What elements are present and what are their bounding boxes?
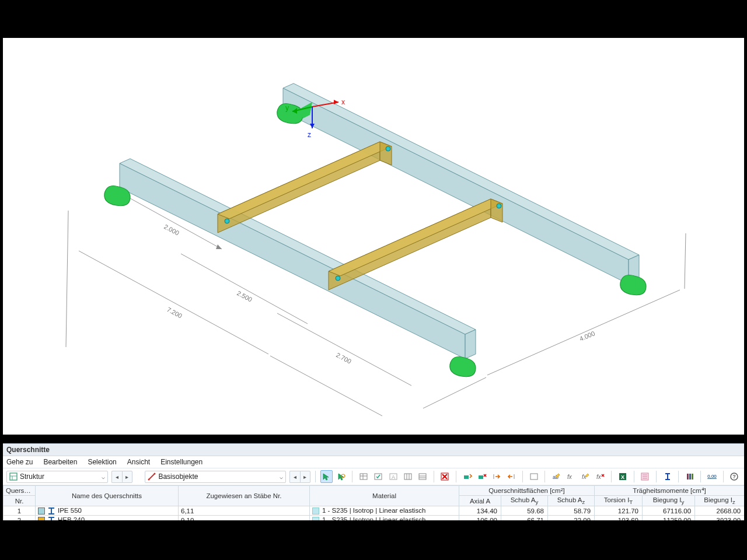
svg-point-26 (497, 204, 501, 208)
select-loop-button[interactable] (335, 470, 347, 483)
menu-select[interactable]: Selektion (88, 458, 116, 466)
help-button[interactable]: ? (728, 470, 741, 483)
panel-title: Querschnitte (3, 444, 744, 456)
nav-prev-button[interactable]: ◂ (111, 471, 122, 483)
svg-marker-29 (334, 100, 338, 104)
svg-marker-3 (216, 244, 222, 249)
rename-button[interactable]: ab (550, 470, 562, 483)
col-az[interactable]: Schub Az (548, 496, 595, 506)
svg-rect-73 (641, 473, 648, 480)
table-row[interactable]: 1IPE 5506,111 - S235 | Isotrop | Linear … (4, 506, 745, 516)
svg-rect-46 (375, 474, 382, 480)
cross-sections-panel: Querschnitte Gehe zu Bearbeiten Selektio… (3, 443, 744, 520)
svg-text:fx: fx (582, 474, 587, 480)
svg-line-70 (602, 474, 604, 477)
navigator-dropdown-label: Struktur (20, 473, 44, 481)
cross-sections-table[interactable]: Querschn. Name des Querschnitts Zugewies… (3, 485, 744, 520)
svg-line-56 (442, 474, 447, 479)
library-button[interactable] (683, 470, 696, 483)
navigator-nav: ◂ ▸ (111, 471, 132, 483)
units-button[interactable]: 0,00 (706, 470, 718, 483)
dim-label: 2.500 (236, 289, 253, 303)
colgroup-moments[interactable]: Trägheitsmomente [cm⁴] (595, 486, 744, 496)
cat-next-button[interactable]: ▸ (300, 471, 310, 483)
panel-menubar: Gehe zu Bearbeiten Selektion Ansicht Ein… (3, 456, 744, 468)
svg-rect-82 (692, 474, 693, 480)
excel-export-button[interactable]: X (616, 470, 629, 483)
svg-line-7 (487, 290, 680, 375)
col-assigned[interactable]: Zugewiesen an Stäbe Nr. (179, 486, 310, 506)
svg-point-42 (154, 473, 156, 475)
table-row[interactable]: 2HEB 2409,101 - S235 | Isotrop | Linear … (4, 516, 745, 520)
col-it[interactable]: Torsion IT (595, 496, 643, 506)
section-icon-button[interactable] (661, 470, 673, 483)
svg-rect-47 (390, 474, 397, 480)
category-dropdown[interactable]: Basisobjekte ⌵ (145, 471, 285, 483)
svg-line-9 (423, 377, 486, 408)
svg-line-8 (685, 233, 686, 289)
svg-text:X: X (621, 474, 624, 480)
menu-settings[interactable]: Einstellungen (160, 458, 203, 466)
svg-line-6 (277, 313, 411, 386)
svg-rect-43 (360, 474, 367, 480)
empty-cell-button[interactable] (528, 470, 540, 483)
svg-marker-21 (329, 199, 502, 276)
category-nav: ◂ ▸ (289, 471, 310, 483)
svg-line-40 (149, 474, 155, 480)
col-nr[interactable]: Nr. (4, 496, 36, 506)
insert-right-button[interactable] (491, 470, 503, 483)
col-iy[interactable]: Biegung Iy (643, 496, 695, 506)
dim-label: 4.000 (578, 330, 596, 342)
fx-delete-button[interactable]: fx (594, 470, 606, 483)
svg-text:?: ? (733, 474, 736, 480)
viewport-3d[interactable]: 2.000 7.200 2.500 2.700 4.000 (3, 38, 744, 435)
col-name[interactable]: Name des Querschnitts (36, 486, 179, 506)
menu-goto[interactable]: Gehe zu (6, 458, 33, 466)
svg-rect-81 (689, 474, 691, 480)
menu-edit[interactable]: Bearbeiten (43, 458, 77, 466)
col-material[interactable]: Material (310, 486, 459, 506)
fx-edit-button[interactable]: fx (580, 470, 592, 483)
table-columns-button[interactable] (402, 470, 414, 483)
svg-text:0,00: 0,00 (707, 474, 717, 479)
panel-toolbar: Struktur ⌵ ◂ ▸ Basisobjekte ⌵ ◂ ▸ (3, 468, 744, 485)
menu-view[interactable]: Ansicht (127, 458, 150, 466)
svg-rect-37 (10, 473, 17, 480)
delete-button[interactable] (439, 470, 451, 483)
svg-text:z: z (308, 131, 311, 139)
nav-next-button[interactable]: ▸ (122, 471, 132, 483)
table-rows-button[interactable] (416, 470, 428, 483)
fx-button[interactable]: fx (565, 470, 577, 483)
row-delete-button[interactable] (476, 470, 488, 483)
col-iz[interactable]: Biegung Iz (695, 496, 744, 506)
table-check-button[interactable] (372, 470, 385, 483)
colgroup-areas[interactable]: Querschnittsflächen [cm²] (459, 486, 595, 496)
svg-line-61 (484, 474, 486, 477)
dim-label: 7.200 (166, 306, 183, 320)
svg-line-0 (66, 211, 68, 347)
svg-point-23 (225, 219, 229, 223)
col-ay[interactable]: Schub Ay (501, 496, 548, 506)
col-axial[interactable]: Axial A (459, 496, 501, 506)
svg-line-69 (602, 474, 604, 477)
row-insert-button[interactable] (461, 470, 473, 483)
svg-point-84 (731, 473, 738, 480)
svg-rect-77 (665, 473, 670, 474)
svg-rect-78 (667, 473, 668, 480)
select-single-button[interactable] (320, 470, 333, 483)
navigator-dropdown[interactable]: Struktur ⌵ (6, 471, 108, 483)
svg-text:A: A (392, 474, 395, 480)
svg-text:x: x (341, 98, 345, 106)
svg-text:fx: fx (596, 474, 602, 480)
dim-label: 2.000 (163, 223, 180, 237)
svg-rect-64 (530, 474, 537, 480)
svg-text:ab: ab (553, 474, 558, 480)
table-a-button[interactable]: A (387, 470, 399, 483)
table-plain-button[interactable] (357, 470, 369, 483)
insert-left-button[interactable] (505, 470, 518, 483)
beam-cross-left (218, 142, 392, 233)
beam-cross-right (329, 199, 502, 290)
col-nr-top[interactable]: Querschn. (4, 486, 36, 496)
cat-prev-button[interactable]: ◂ (289, 471, 300, 483)
properties-button[interactable] (639, 470, 651, 483)
